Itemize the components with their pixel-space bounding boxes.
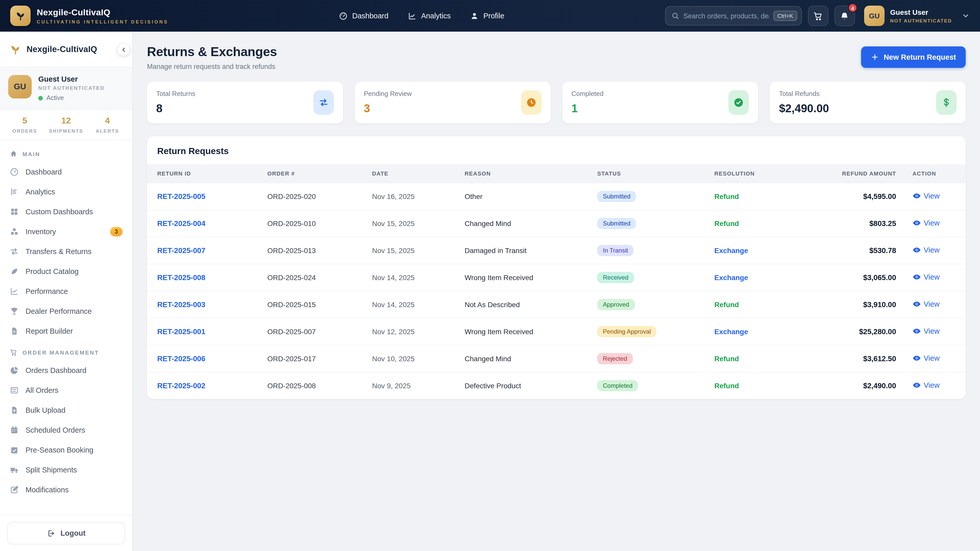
- logout-button[interactable]: Logout: [7, 522, 125, 545]
- navbar-menu: DashboardAnalyticsProfile: [339, 0, 504, 32]
- resolution-label: Exchange: [714, 273, 748, 282]
- sidebar-brand: Nexgile-CultivaIQ: [27, 44, 97, 54]
- stat-value: 5: [4, 116, 45, 126]
- sidebar-item-all-orders[interactable]: All Orders: [0, 380, 132, 400]
- list-icon: [10, 386, 19, 395]
- line-chart-icon: [408, 11, 417, 20]
- view-label: View: [924, 273, 939, 281]
- view-action-link[interactable]: View: [912, 327, 939, 335]
- resolution-label: Exchange: [714, 327, 748, 336]
- sidebar-item-orders-dashboard[interactable]: Orders Dashboard: [0, 360, 132, 380]
- table-header-row: RETURN IDORDER #DATEREASONSTATUSRESOLUTI…: [147, 164, 966, 183]
- return-id-link[interactable]: RET-2025-004: [157, 219, 205, 227]
- presence-label: Active: [46, 94, 64, 102]
- sidebar-stats: 5ORDERS12SHIPMENTS4ALERTS: [0, 110, 132, 140]
- sidebar-item-custom-dashboards[interactable]: Custom Dashboards: [0, 202, 132, 221]
- sidebar-item-dealer-performance[interactable]: Dealer Performance: [0, 301, 132, 321]
- edit-icon: [10, 485, 19, 494]
- table-row: RET-2025-002ORD-2025-008Nov 9, 2025Defec…: [147, 372, 966, 399]
- stat-value: 12: [45, 116, 87, 126]
- sidebar-item-inventory[interactable]: Inventory3: [0, 221, 132, 241]
- table-row: RET-2025-003ORD-2025-015Nov 14, 2025Not …: [147, 291, 966, 318]
- presence: Active: [38, 94, 105, 102]
- return-id-link[interactable]: RET-2025-003: [157, 300, 205, 309]
- sidebar-item-label: Modifications: [25, 486, 68, 494]
- sidebar-item-dashboard[interactable]: Dashboard: [0, 162, 132, 182]
- item-count-badge: 3: [110, 227, 123, 236]
- status-badge: Submitted: [597, 218, 636, 229]
- global-search[interactable]: Ctrl+K: [665, 6, 802, 25]
- section-label: ORDER MANAGEMENT: [22, 349, 99, 355]
- gauge-icon: [10, 167, 19, 176]
- user-menu[interactable]: GU Guest User NOT AUTHENTICATED: [864, 6, 970, 26]
- nav-item-label: Analytics: [421, 12, 451, 20]
- refund-amount: $2,490.00: [863, 382, 896, 390]
- view-action-link[interactable]: View: [912, 381, 939, 389]
- sidebar-item-transfers-returns[interactable]: Transfers & Returns: [0, 241, 132, 261]
- sidebar-stat-orders: 5ORDERS: [4, 116, 45, 134]
- return-id-link[interactable]: RET-2025-005: [157, 192, 205, 200]
- column-header-refund-amount: REFUND AMOUNT: [822, 164, 904, 183]
- card-value: $2,490.00: [779, 102, 829, 115]
- sidebar-item-performance[interactable]: Performance: [0, 281, 132, 301]
- file-icon: [10, 326, 19, 335]
- sidebar-item-scheduled-orders[interactable]: Scheduled Orders: [0, 420, 132, 440]
- sidebar-item-modifications[interactable]: Modifications: [0, 480, 132, 499]
- check-circle-icon: [734, 97, 744, 108]
- home-icon: [10, 150, 18, 158]
- search-input[interactable]: [683, 12, 769, 20]
- reason-cell: Defective Product: [457, 372, 589, 399]
- card-label: Completed: [571, 90, 604, 97]
- view-action-link[interactable]: View: [912, 354, 939, 362]
- new-return-request-label: New Return Request: [883, 53, 956, 61]
- sidebar-item-label: Report Builder: [25, 327, 73, 335]
- notifications-button[interactable]: 4: [835, 6, 855, 26]
- refund-amount: $803.25: [869, 219, 896, 227]
- cart-button[interactable]: [808, 6, 829, 26]
- return-id-link[interactable]: RET-2025-001: [157, 327, 205, 336]
- sidebar-item-label: Dashboard: [25, 168, 62, 176]
- sidebar-user-card: GU Guest User NOT AUTHENTICATED Active: [0, 67, 132, 110]
- eye-icon: [912, 300, 921, 308]
- view-action-link[interactable]: View: [912, 273, 939, 281]
- nav-item-analytics[interactable]: Analytics: [408, 11, 451, 20]
- nav-item-dashboard[interactable]: Dashboard: [339, 11, 388, 20]
- sidebar-item-product-catalog[interactable]: Product Catalog: [0, 261, 132, 281]
- status-badge: Rejected: [597, 353, 633, 364]
- return-id-link[interactable]: RET-2025-008: [157, 273, 205, 282]
- sidebar-item-pre-season-booking[interactable]: Pre-Season Booking: [0, 440, 132, 460]
- view-action-link[interactable]: View: [912, 300, 939, 308]
- reason-cell: Damaged in Transit: [457, 237, 589, 264]
- sidebar: Nexgile-CultivaIQ GU Guest User NOT AUTH…: [0, 32, 133, 551]
- view-action-link[interactable]: View: [912, 219, 939, 227]
- sidebar-item-analytics[interactable]: Analytics: [0, 182, 132, 202]
- table-row: RET-2025-005ORD-2025-020Nov 16, 2025Othe…: [147, 183, 966, 210]
- avatar: GU: [864, 6, 885, 26]
- card-label: Total Refunds: [779, 90, 829, 97]
- view-label: View: [924, 354, 939, 362]
- card-label: Pending Review: [364, 90, 412, 97]
- view-action-link[interactable]: View: [912, 246, 939, 254]
- return-id-link[interactable]: RET-2025-007: [157, 246, 205, 254]
- view-label: View: [924, 300, 939, 308]
- transfer-icon: [318, 97, 329, 108]
- reason-cell: Changed Mind: [457, 210, 589, 237]
- sidebar-collapse-button[interactable]: [117, 43, 130, 56]
- status-badge: Completed: [597, 380, 638, 391]
- view-action-link[interactable]: View: [912, 192, 939, 200]
- new-return-request-button[interactable]: New Return Request: [861, 46, 966, 68]
- sidebar-item-split-shipments[interactable]: Split Shipments: [0, 460, 132, 480]
- return-id-link[interactable]: RET-2025-006: [157, 354, 205, 363]
- clock-icon-box: [521, 90, 541, 115]
- sidebar-item-label: Scheduled Orders: [25, 426, 85, 434]
- nav-item-profile[interactable]: Profile: [470, 11, 504, 20]
- table-row: RET-2025-007ORD-2025-013Nov 15, 2025Dama…: [147, 237, 966, 264]
- sidebar-header: Nexgile-CultivaIQ: [0, 32, 132, 67]
- stat-value: 4: [87, 116, 128, 126]
- resolution-label: Refund: [714, 382, 739, 390]
- page-header: Returns & Exchanges Manage return reques…: [147, 44, 966, 70]
- sidebar-item-bulk-upload[interactable]: Bulk Upload: [0, 400, 132, 420]
- sidebar-item-report-builder[interactable]: Report Builder: [0, 321, 132, 341]
- return-id-link[interactable]: RET-2025-002: [157, 382, 205, 390]
- sidebar-item-label: Split Shipments: [25, 465, 77, 474]
